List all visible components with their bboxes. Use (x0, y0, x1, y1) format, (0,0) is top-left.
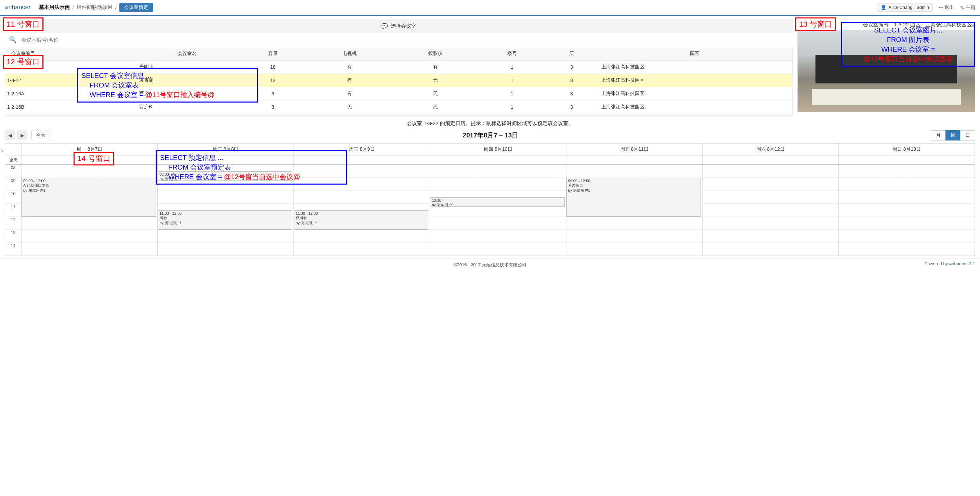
allday-cell[interactable] (566, 155, 703, 164)
hour-slot[interactable] (294, 243, 430, 256)
hour-slot[interactable] (158, 230, 293, 243)
main-area: » 11 号窗口 💬 选择会议室 🔍 12 号窗口 会议室编号会议室名容量电视机… (0, 16, 980, 116)
hour-slot[interactable] (703, 178, 838, 191)
hour-slot[interactable] (430, 178, 566, 191)
settings-icon[interactable]: ⚙ (970, 22, 975, 29)
table-header[interactable]: 容量 (239, 47, 307, 60)
hour-slot[interactable] (430, 217, 566, 230)
view-month-button[interactable]: 月 (931, 130, 946, 141)
table-header[interactable]: 层 (546, 47, 597, 60)
user-icon: 👤 (881, 5, 886, 10)
table-header[interactable]: 投影仪 (392, 47, 478, 60)
hour-slot[interactable] (703, 165, 838, 178)
day-column[interactable]: 09:00 - 12:00月度例会by 测试用户1 (566, 165, 703, 256)
hour-slot[interactable] (158, 191, 293, 204)
hour-slot[interactable] (703, 217, 838, 230)
day-column[interactable] (839, 165, 975, 256)
calendar-event[interactable]: 11:30 - 12:30周会by 测试用户1 (158, 210, 292, 230)
hour-slot[interactable] (566, 217, 702, 230)
hour-slot[interactable] (22, 165, 158, 178)
breadcrumb-item-2[interactable]: 组件间联动效果 (76, 4, 113, 11)
calendar-event[interactable]: 08:30 - Aby 测试用户1 (158, 171, 292, 181)
table-row[interactable]: 3-22-5须弥山18有有322北京五道口 (5, 114, 792, 116)
table-row[interactable]: 1-3-21光明顶18有有13上海张江高科技园区 (5, 60, 792, 74)
calendar-event[interactable]: 10:30 - by 测试用户1 (430, 197, 565, 207)
hour-slot[interactable] (566, 165, 702, 178)
day-header[interactable]: 周二 8月8日 (158, 144, 294, 155)
table-header[interactable]: 会议室编号 (5, 47, 135, 60)
hour-slot[interactable] (294, 191, 430, 204)
hour-slot[interactable] (294, 230, 430, 243)
day-column[interactable]: 09:00 - 12:00A 计划项目复盘by 测试用户1 (22, 165, 158, 256)
day-header[interactable]: 周六 8月12日 (703, 144, 839, 155)
hour-slot[interactable] (839, 165, 975, 178)
today-button[interactable]: 今天 (32, 131, 50, 140)
hour-slot[interactable] (22, 230, 158, 243)
hour-slot[interactable] (566, 230, 702, 243)
day-column[interactable] (703, 165, 839, 256)
search-icon[interactable]: 🔍 (9, 36, 16, 43)
day-header[interactable]: 周三 8月9日 (294, 144, 430, 155)
view-day-button[interactable]: 日 (960, 130, 975, 141)
hour-slot[interactable] (839, 230, 975, 243)
allday-cell[interactable] (158, 155, 294, 164)
hour-slot[interactable] (430, 230, 566, 243)
calendar-event[interactable]: 11:30 - 12:30双周会by 测试用户1 (294, 210, 428, 230)
hour-slot[interactable] (839, 217, 975, 230)
hour-slot[interactable] (839, 178, 975, 191)
allday-cell[interactable] (430, 155, 566, 164)
hour-slot[interactable] (839, 191, 975, 204)
hour-slot[interactable] (430, 243, 566, 256)
hour-slot[interactable] (566, 243, 702, 256)
logout-link[interactable]: ↪退出 (939, 5, 954, 11)
search-input[interactable] (21, 37, 788, 43)
hour-slot[interactable] (703, 191, 838, 204)
logo[interactable]: ≡nhancer (5, 4, 31, 11)
hour-slot[interactable] (430, 165, 566, 178)
day-column[interactable]: 11:30 - 12:30双周会by 测试用户1 (294, 165, 430, 256)
day-header[interactable]: 周日 8月13日 (839, 144, 975, 155)
day-column[interactable]: 10:30 - by 测试用户1 (430, 165, 566, 256)
allday-cell[interactable] (294, 155, 430, 164)
theme-link[interactable]: ✎主题 (960, 5, 975, 11)
calendar-event[interactable]: 09:00 - 12:00月度例会by 测试用户1 (566, 178, 701, 217)
allday-cell[interactable] (839, 155, 975, 164)
room-image (797, 30, 975, 112)
prev-button[interactable]: ◀ (5, 131, 15, 140)
next-button[interactable]: ▶ (17, 131, 27, 140)
calendar-section: 会议室 1-3-22 的预定日历。提示：鼠标选择时间区域可以预定该会议室。 ◀ … (0, 116, 980, 258)
hour-slot[interactable] (22, 243, 158, 256)
table-row[interactable]: 1-2-16A西庐A6有无13上海张江高科技园区 (5, 87, 792, 100)
calendar-event[interactable]: 09:00 - 12:00A 计划项目复盘by 测试用户1 (22, 178, 156, 217)
table-cell: 凌霄阁 (135, 74, 239, 87)
hour-slot[interactable] (158, 243, 293, 256)
table-header[interactable]: 园区 (597, 47, 792, 60)
hour-slot[interactable] (839, 204, 975, 217)
hour-slot[interactable] (703, 230, 838, 243)
calendar-body[interactable]: 08091011121314 09:00 - 12:00A 计划项目复盘by 测… (5, 165, 975, 256)
hour-slot[interactable] (294, 165, 430, 178)
view-week-button[interactable]: 周 (945, 130, 961, 141)
table-wrap[interactable]: 会议室编号会议室名容量电视机投影仪楼号层园区 1-3-21光明顶18有有13上海… (5, 47, 792, 116)
hour-slot[interactable] (22, 217, 158, 230)
table-row[interactable]: 1-3-22凌霄阁12有无13上海张江高科技园区 (5, 74, 792, 87)
breadcrumb-item-3[interactable]: 会议室预定 (119, 3, 153, 12)
hour-slot[interactable] (839, 243, 975, 256)
day-header[interactable]: 周五 8月11日 (566, 144, 703, 155)
allday-cell[interactable] (703, 155, 839, 164)
day-header[interactable]: 周四 8月10日 (430, 144, 566, 155)
breadcrumb-item-1[interactable]: 基本用法示例 (39, 4, 70, 11)
hour-slot[interactable] (294, 178, 430, 191)
hour-slot[interactable] (703, 243, 838, 256)
table-header[interactable]: 楼号 (478, 47, 546, 60)
right-column: 13 号窗口 ⚙ 会议室编号：1-3-22 园区：上海张江高科技园区 SELEC… (797, 19, 975, 116)
table-header[interactable]: 会议室名 (135, 47, 239, 60)
hour-slot[interactable] (703, 204, 838, 217)
table-row[interactable]: 1-2-16B西庐B8无无13上海张江高科技园区 (5, 100, 792, 114)
expand-handle-icon[interactable]: » (0, 149, 5, 152)
allday-cell[interactable] (22, 155, 158, 164)
day-header[interactable]: 周一 8月7日 (22, 144, 158, 155)
table-header[interactable]: 电视机 (307, 47, 393, 60)
day-column[interactable]: 08:30 - Aby 测试用户111:30 - 12:30周会by 测试用户1 (158, 165, 294, 256)
user-badge[interactable]: 👤 Alice Chang admin (877, 3, 933, 12)
